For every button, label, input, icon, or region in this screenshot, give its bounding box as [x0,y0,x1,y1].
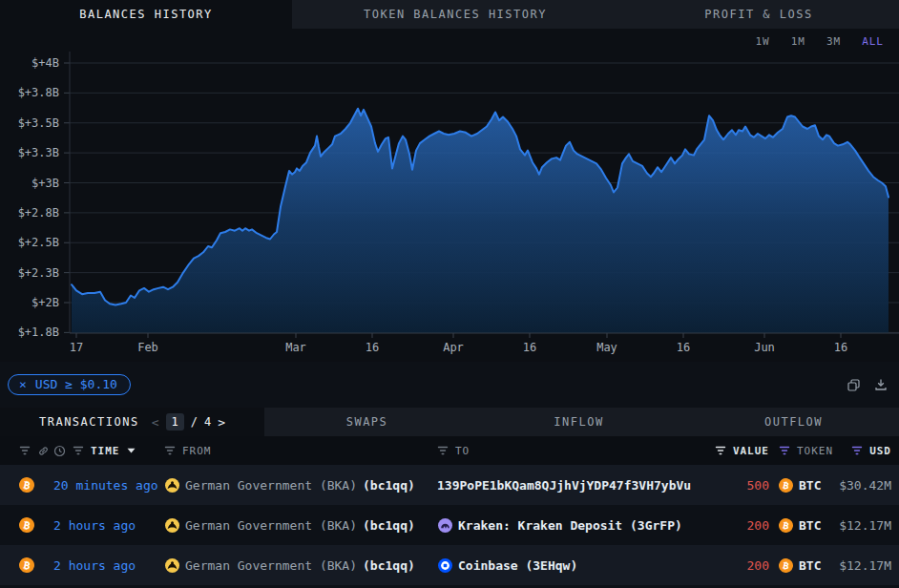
tx-token-label: BTC [799,518,821,533]
x-axis-label: Apr [443,341,464,354]
column-from-label: FROM [182,445,212,457]
chart-actions [847,378,888,392]
chip-remove-icon[interactable]: × [19,377,27,391]
copy-icon[interactable] [847,378,861,392]
kraken-icon [437,517,452,533]
filter-icon[interactable] [73,446,84,455]
tx-token-label: BTC [799,558,821,573]
transactions-label: TRANSACTIONS [39,415,139,429]
range-3m[interactable]: 3M [826,35,841,48]
tx-token-label: BTC [799,478,821,493]
table-row[interactable]: ₿20 minutes agoGerman Government (BKA)(b… [0,465,899,505]
tab-token-balances-history[interactable]: TOKEN BALANCES HISTORY [292,0,618,29]
from-address: (bc1qq) [363,478,415,493]
tx-token[interactable]: ₿BTC [779,518,838,533]
tab-outflow[interactable]: OUTFLOW [688,408,899,436]
column-value-label: VALUE [733,445,769,457]
x-axis-label: 16 [523,341,536,354]
german-flag-icon [164,517,179,533]
tx-value: 200 [708,558,769,573]
tab-transactions[interactable]: TRANSACTIONS < 1 / 4 > [0,408,264,436]
balances-area-chart[interactable] [0,29,899,362]
page-total: 4 [204,415,211,429]
tx-time-link[interactable]: 2 hours ago [53,518,136,533]
tx-usd: $12.17M [838,518,891,533]
tx-usd: $30.42M [838,478,891,493]
from-entity-name: German Government (BKA) [185,558,357,573]
chain-cell: ₿ [19,477,53,493]
column-time-label: TIME [91,445,120,457]
y-axis-label: $+4B [4,55,59,71]
tab-swaps[interactable]: SWAPS [264,408,470,436]
from-entity-link[interactable]: German Government (BKA)(bc1qq) [164,557,437,573]
download-icon[interactable] [874,378,888,391]
to-entity-link[interactable]: Kraken: Kraken Deposit (3GrFP) [437,517,708,533]
table-row[interactable]: ₿2 hours agoGerman Government (BKA)(bc1q… [0,545,899,585]
to-entity-link[interactable]: Coinbase (3EHqw) [437,557,708,573]
tab-balances-history[interactable]: BALANCES HISTORY [0,0,292,29]
tx-token[interactable]: ₿BTC [779,478,838,493]
y-axis-label: $+3.8B [4,85,59,100]
filter-icon[interactable] [779,446,790,455]
x-axis-label: May [596,341,617,354]
sort-caret-icon [127,448,136,453]
tab-profit-and-loss[interactable]: PROFIT & LOSS [618,0,899,29]
page-prev-icon[interactable]: < [152,415,159,430]
column-value[interactable]: VALUE [708,445,769,457]
x-axis-label: 16 [834,341,847,354]
range-selector: 1W 1M 3M ALL [755,35,884,48]
range-all[interactable]: ALL [862,35,884,48]
to-entity-link[interactable]: 139PoPE1bKQam8QJjhVjYDP47f3VH7ybVu [437,478,708,493]
y-axis-label: $+2.8B [4,205,59,220]
filter-icon[interactable] [437,446,449,455]
from-entity-name: German Government (BKA) [185,478,357,493]
btc-icon: ₿ [19,517,35,533]
column-token[interactable]: TOKEN [779,445,838,457]
filter-icon[interactable] [164,446,176,455]
link-icon[interactable] [37,445,50,457]
y-axis-label: $+3.3B [4,145,59,160]
btc-icon: ₿ [19,557,35,573]
range-1m[interactable]: 1M [791,35,805,48]
to-label: Kraken: Kraken Deposit (3GrFP) [458,518,682,533]
x-axis-label: Mar [285,341,306,354]
column-from[interactable]: FROM [164,445,437,457]
from-entity-name: German Government (BKA) [185,518,357,533]
page-next-icon[interactable]: > [218,415,225,430]
filter-icon[interactable] [715,446,726,455]
column-time[interactable]: TIME [53,445,164,457]
from-address: (bc1qq) [363,558,415,573]
filter-icon[interactable] [851,446,863,455]
btc-icon: ₿ [779,558,794,573]
table-row[interactable]: ₿2 hours agoGerman Government (BKA)(bc1q… [0,505,899,545]
from-address: (bc1qq) [363,518,415,533]
btc-icon: ₿ [19,477,35,493]
column-usd-label: USD [869,445,891,457]
x-axis-label: 16 [366,341,379,354]
tx-token[interactable]: ₿BTC [779,558,838,573]
column-to[interactable]: TO [437,445,708,457]
y-axis-label: $+1.8B [4,325,59,340]
column-token-label: TOKEN [797,445,833,457]
btc-icon: ₿ [779,478,794,493]
filter-icon[interactable] [19,446,31,455]
page-separator: / [191,415,198,429]
from-entity-link[interactable]: German Government (BKA)(bc1qq) [164,517,437,533]
x-axis-label: Feb [137,341,158,354]
btc-icon: ₿ [779,518,794,533]
clock-icon [53,445,66,457]
tx-time-link[interactable]: 20 minutes ago [53,478,158,493]
coinbase-icon [437,557,452,573]
filter-chip-usd[interactable]: × USD ≥ $0.10 [8,374,131,395]
tx-time-link[interactable]: 2 hours ago [53,558,136,573]
to-label: 139PoPE1bKQam8QJjhVjYDP47f3VH7ybVu [437,478,691,493]
column-usd[interactable]: USD [838,445,891,457]
y-axis-label: $+2B [4,295,59,310]
from-entity-link[interactable]: German Government (BKA)(bc1qq) [164,477,437,493]
transactions-table: ₿20 minutes agoGerman Government (BKA)(b… [0,465,899,585]
table-tab-bar: TRANSACTIONS < 1 / 4 > SWAPS INFLOW OUTF… [0,408,899,436]
tab-inflow[interactable]: INFLOW [470,408,688,436]
chip-label: USD ≥ $0.10 [35,377,117,391]
range-1w[interactable]: 1W [755,35,769,48]
german-flag-icon [164,477,179,493]
